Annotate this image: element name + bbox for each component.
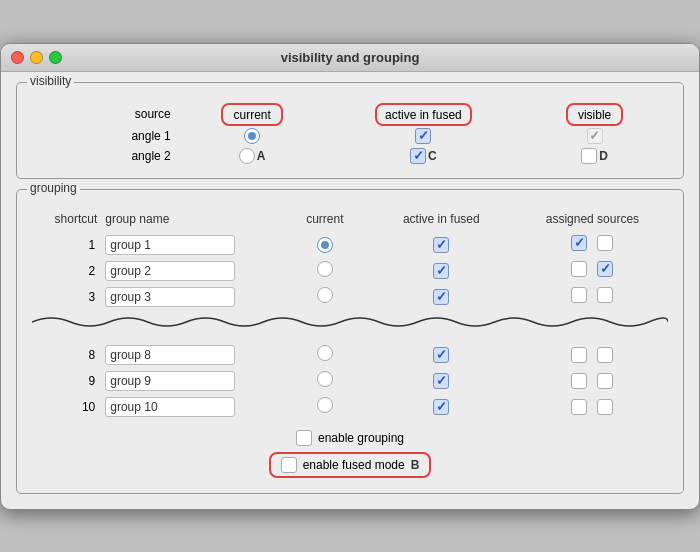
grouping-table: shortcut group name current active in fu…	[32, 210, 668, 310]
assigned-3[interactable]	[517, 284, 668, 306]
enable-grouping-label: enable grouping	[318, 431, 404, 445]
angle1-active-fused[interactable]	[326, 126, 522, 146]
name-cell-3[interactable]	[101, 284, 284, 310]
group-name-col-header: group name	[101, 210, 284, 232]
assigned-8[interactable]	[517, 342, 668, 368]
assigned-check-2a[interactable]	[571, 261, 587, 277]
angle2-visible-check[interactable]	[581, 148, 597, 164]
current-1[interactable]	[284, 232, 366, 258]
assigned-1[interactable]	[517, 232, 668, 254]
group-row-1: 1	[32, 232, 668, 258]
group-name-input-8[interactable]	[105, 345, 235, 365]
group-name-input-10[interactable]	[105, 397, 235, 417]
assigned-10[interactable]	[517, 394, 668, 420]
assigned-2[interactable]	[517, 258, 668, 280]
close-button[interactable]	[11, 51, 24, 64]
current-3[interactable]	[284, 284, 366, 310]
active-fused-check-10[interactable]	[433, 399, 449, 415]
shortcut-1: 1	[32, 232, 101, 258]
grouping-table-lower: 8 9	[32, 342, 668, 420]
enable-fused-option: enable fused mode B	[269, 452, 432, 478]
active-in-fused-col-header: active in fused	[326, 103, 522, 126]
visible-col-header: visible	[521, 103, 668, 126]
current-radio-9[interactable]	[317, 371, 333, 387]
current-2[interactable]	[284, 258, 366, 284]
cut-line	[32, 312, 668, 332]
shortcut-9: 9	[32, 368, 101, 394]
titlebar: visibility and grouping	[1, 44, 699, 72]
current-radio-10[interactable]	[317, 397, 333, 413]
active-fused-check-2[interactable]	[433, 263, 449, 279]
group-name-input-3[interactable]	[105, 287, 235, 307]
current-col-header-g: current	[284, 210, 366, 232]
assigned-check-9a[interactable]	[571, 373, 587, 389]
window-title: visibility and grouping	[281, 50, 420, 65]
assigned-check-10a[interactable]	[571, 399, 587, 415]
assigned-check-8a[interactable]	[571, 347, 587, 363]
name-cell-1[interactable]	[101, 232, 284, 258]
active-fused-9[interactable]	[366, 368, 517, 394]
maximize-button[interactable]	[49, 51, 62, 64]
group-row-9: 9	[32, 368, 668, 394]
active-fused-check-1[interactable]	[433, 237, 449, 253]
angle1-visible[interactable]	[521, 126, 668, 146]
annotation-a: A	[257, 149, 266, 163]
shortcut-8: 8	[32, 342, 101, 368]
assigned-9[interactable]	[517, 368, 668, 394]
current-radio-3[interactable]	[317, 287, 333, 303]
angle2-current[interactable]: A	[179, 146, 326, 166]
current-10[interactable]	[284, 394, 366, 420]
content-area: visibility source current	[1, 72, 699, 509]
visible-header-label: visible	[578, 108, 611, 122]
angle1-current-radio[interactable]	[244, 128, 260, 144]
assigned-check-1b[interactable]	[597, 235, 613, 251]
active-fused-check-8[interactable]	[433, 347, 449, 363]
active-fused-2[interactable]	[366, 258, 517, 284]
angle1-visible-check[interactable]	[587, 128, 603, 144]
name-cell-2[interactable]	[101, 258, 284, 284]
group-name-input-2[interactable]	[105, 261, 235, 281]
assigned-check-9b[interactable]	[597, 373, 613, 389]
minimize-button[interactable]	[30, 51, 43, 64]
active-fused-8[interactable]	[366, 342, 517, 368]
active-fused-check-9[interactable]	[433, 373, 449, 389]
assigned-check-8b[interactable]	[597, 347, 613, 363]
angle2-visible[interactable]: D	[521, 146, 668, 166]
angle2-current-radio[interactable]	[239, 148, 255, 164]
current-8[interactable]	[284, 342, 366, 368]
assigned-check-1a[interactable]	[571, 235, 587, 251]
assigned-check-10b[interactable]	[597, 399, 613, 415]
current-radio-1[interactable]	[317, 237, 333, 253]
group-name-input-9[interactable]	[105, 371, 235, 391]
shortcut-10: 10	[32, 394, 101, 420]
current-radio-8[interactable]	[317, 345, 333, 361]
group-name-input-1[interactable]	[105, 235, 235, 255]
active-fused-10[interactable]	[366, 394, 517, 420]
enable-grouping-check[interactable]	[296, 430, 312, 446]
assigned-check-2b[interactable]	[597, 261, 613, 277]
name-cell-8[interactable]	[101, 342, 284, 368]
active-fused-3[interactable]	[366, 284, 517, 310]
annotation-d: D	[599, 149, 608, 163]
annotation-b: B	[411, 458, 420, 472]
enable-grouping-option: enable grouping	[296, 430, 404, 446]
angle1-label: angle 1	[32, 126, 179, 146]
angle2-active-fused-check[interactable]	[410, 148, 426, 164]
active-fused-1[interactable]	[366, 232, 517, 258]
angle2-active-fused[interactable]: C	[326, 146, 522, 166]
enable-fused-label: enable fused mode	[303, 458, 405, 472]
assigned-check-3b[interactable]	[597, 287, 613, 303]
active-fused-check-3[interactable]	[433, 289, 449, 305]
name-cell-10[interactable]	[101, 394, 284, 420]
visibility-section: visibility source current	[16, 82, 684, 179]
current-9[interactable]	[284, 368, 366, 394]
enable-fused-check[interactable]	[281, 457, 297, 473]
current-radio-2[interactable]	[317, 261, 333, 277]
assigned-check-3a[interactable]	[571, 287, 587, 303]
group-row-3: 3	[32, 284, 668, 310]
annotation-c: C	[428, 149, 437, 163]
angle1-active-fused-check[interactable]	[415, 128, 431, 144]
angle1-current[interactable]	[179, 126, 326, 146]
group-row-10: 10	[32, 394, 668, 420]
name-cell-9[interactable]	[101, 368, 284, 394]
